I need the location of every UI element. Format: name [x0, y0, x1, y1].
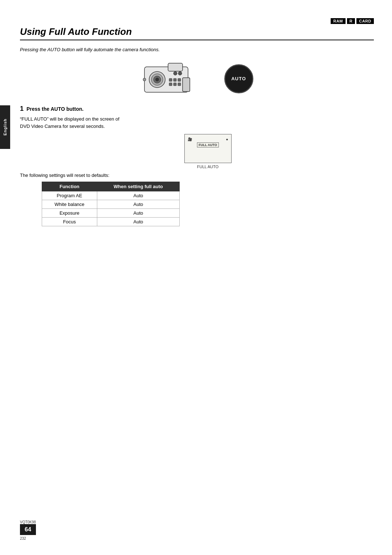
step-description: “FULL AUTO” will be displayed on the scr…	[20, 116, 374, 130]
record-icon: ●	[226, 137, 228, 141]
svg-point-4	[155, 78, 159, 81]
camera-icon: 🎥	[188, 137, 192, 141]
subtitle: Pressing the AUTO button will fully auto…	[20, 47, 374, 52]
camera-diagram	[141, 60, 203, 98]
lcd-icon-row: 🎥 ●	[185, 136, 231, 141]
svg-rect-5	[168, 63, 183, 71]
table-cell-value-1: Auto	[97, 200, 179, 209]
svg-rect-10	[178, 78, 181, 81]
table-row: White balance Auto	[42, 200, 180, 209]
svg-point-15	[143, 78, 146, 81]
lcd-label: FULL AUTO	[197, 165, 219, 169]
step1-container: 1Press the AUTO button. “FULL AUTO” will…	[20, 105, 374, 130]
step-text: Press the AUTO button.	[26, 106, 83, 112]
footer-code: VQT0K98	[20, 520, 36, 524]
step-number: 1	[20, 105, 24, 112]
footer-number: 232	[20, 536, 26, 540]
table-cell-value-2: Auto	[97, 209, 179, 218]
svg-rect-14	[183, 78, 190, 92]
page-number: 64	[20, 524, 36, 535]
main-content: Using Full Auto Function Pressing the AU…	[20, 18, 374, 526]
table-header-function: Function	[42, 182, 97, 191]
svg-rect-8	[169, 78, 172, 81]
table-cell-function-2: Exposure	[42, 209, 97, 218]
sidebar-english-label: English	[0, 105, 10, 149]
lcd-screen: 🎥 ● FULL AUTO	[184, 134, 232, 163]
auto-button-circle: AUTO	[224, 64, 253, 93]
table-header-when: When setting full auto	[97, 182, 179, 191]
table-cell-function-3: Focus	[42, 218, 97, 226]
svg-point-6	[173, 72, 177, 75]
svg-rect-9	[173, 78, 176, 81]
page-title: Using Full Auto Function	[20, 26, 374, 40]
table-row: Exposure Auto	[42, 209, 180, 218]
lcd-container: 🎥 ● FULL AUTO FULL AUTO	[42, 134, 374, 169]
svg-point-7	[178, 72, 182, 75]
table-cell-value-3: Auto	[97, 218, 179, 226]
svg-rect-11	[169, 83, 172, 86]
lcd-full-auto-text: FULL AUTO	[197, 142, 219, 147]
table-row: Program AE Auto	[42, 191, 180, 200]
camera-illustration: AUTO	[20, 60, 374, 98]
settings-table: Function When setting full auto Program …	[42, 182, 180, 226]
following-text: The following settings will reset to def…	[20, 173, 374, 178]
table-cell-function-1: White balance	[42, 200, 97, 209]
svg-rect-13	[178, 83, 181, 86]
footer: VQT0K98 64 232	[20, 520, 374, 540]
svg-rect-12	[173, 83, 176, 86]
table-cell-value-0: Auto	[97, 191, 179, 200]
table-cell-function-0: Program AE	[42, 191, 97, 200]
table-row: Focus Auto	[42, 218, 180, 226]
